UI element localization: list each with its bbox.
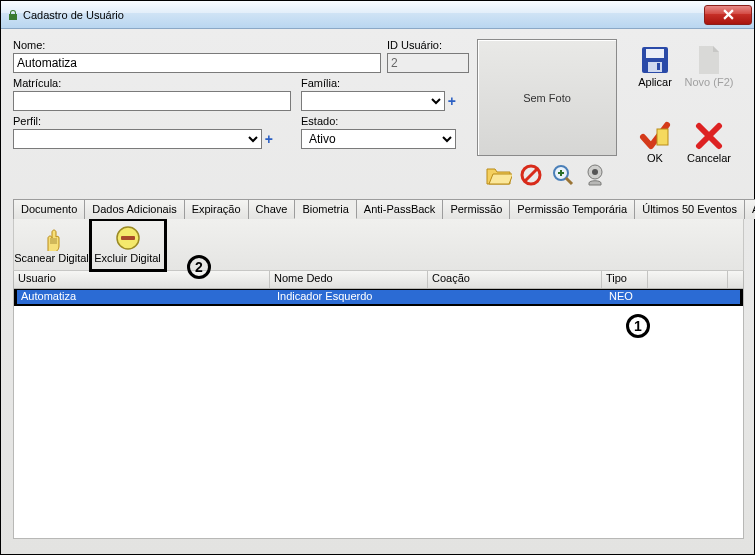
delete-label: Excluir Digital [94, 252, 161, 264]
cancel-icon [693, 120, 725, 152]
id-field [387, 53, 469, 73]
delete-fingerprint-button[interactable]: Excluir Digital [90, 219, 166, 271]
form-left: Nome: ID Usuário: Matrícula: Família: [13, 39, 469, 188]
svg-rect-9 [657, 63, 660, 70]
nome-label: Nome: [13, 39, 381, 51]
tab--ltimos-50-eventos[interactable]: Últimos 50 Eventos [634, 199, 745, 219]
cancelar-label: Cancelar [687, 152, 731, 164]
familia-select[interactable] [301, 91, 445, 111]
tab-dados-adicionais[interactable]: Dados Adicionais [84, 199, 184, 219]
content-area: Nome: ID Usuário: Matrícula: Família: [1, 29, 754, 554]
right-buttons: Aplicar Novo (F2) OK [629, 39, 739, 188]
nome-field[interactable] [13, 53, 381, 73]
document-icon [693, 44, 725, 76]
zoom-photo-button[interactable] [549, 162, 577, 188]
grid-header-cell[interactable] [648, 271, 728, 288]
aplicar-button[interactable]: Aplicar [629, 39, 681, 93]
svg-rect-10 [657, 129, 668, 145]
grid-body[interactable]: AutomatizaIndicador EsquerdoNEO [13, 289, 744, 539]
save-icon [639, 44, 671, 76]
perfil-add-icon[interactable]: + [265, 131, 273, 149]
tab-permiss-o-tempor-ria[interactable]: Permissão Temporária [509, 199, 635, 219]
biometria-toolbar: Scanear Digital Excluir Digital [13, 219, 744, 271]
perfil-select[interactable] [13, 129, 262, 149]
grid-header-cell[interactable]: Usuario [14, 271, 270, 288]
estado-select[interactable]: Ativo [301, 129, 456, 149]
familia-label: Família: [301, 77, 456, 89]
titlebar: Cadastro de Usuário [1, 1, 754, 29]
tab-documento[interactable]: Documento [13, 199, 85, 219]
window-title: Cadastro de Usuário [23, 9, 704, 21]
grid-header: UsuarioNome DedoCoaçãoTipo [13, 271, 744, 289]
perfil-label: Perfil: [13, 115, 273, 127]
svg-rect-12 [121, 236, 135, 240]
aplicar-label: Aplicar [638, 76, 672, 88]
lock-icon [7, 9, 19, 21]
scan-label: Scanear Digital [14, 252, 89, 264]
minus-circle-icon [115, 225, 141, 251]
clear-photo-button[interactable] [517, 162, 545, 188]
tabs: DocumentoDados AdicionaisExpiraçãoChaveB… [13, 198, 744, 219]
tab-acesso[interactable]: Acesso [744, 199, 755, 219]
matricula-label: Matrícula: [13, 77, 291, 89]
finger-scan-icon [39, 225, 65, 251]
user-registration-window: Cadastro de Usuário Nome: ID Usuário: [0, 0, 755, 555]
novo-button[interactable]: Novo (F2) [683, 39, 735, 93]
ok-label: OK [647, 152, 663, 164]
tab-permiss-o[interactable]: Permissão [442, 199, 510, 219]
svg-point-5 [592, 169, 598, 175]
id-label: ID Usuário: [387, 39, 469, 51]
close-button[interactable] [704, 5, 752, 25]
tab-chave[interactable]: Chave [248, 199, 296, 219]
tab-biometria[interactable]: Biometria [294, 199, 356, 219]
ok-button[interactable]: OK [629, 115, 681, 169]
scan-fingerprint-button[interactable]: Scanear Digital [14, 219, 90, 271]
webcam-button[interactable] [581, 162, 609, 188]
estado-label: Estado: [301, 115, 456, 127]
tab-anti-passback[interactable]: Anti-PassBack [356, 199, 444, 219]
ok-icon [639, 120, 671, 152]
familia-add-icon[interactable]: + [448, 93, 456, 111]
table-row[interactable]: AutomatizaIndicador EsquerdoNEO [14, 289, 743, 306]
photo-tools [477, 162, 617, 188]
grid-header-cell[interactable]: Nome Dedo [270, 271, 428, 288]
tab-expira-o[interactable]: Expiração [184, 199, 249, 219]
svg-line-1 [525, 169, 537, 181]
photo-placeholder: Sem Foto [477, 39, 617, 156]
grid-header-cell[interactable]: Coação [428, 271, 602, 288]
matricula-field[interactable] [13, 91, 291, 111]
svg-rect-7 [646, 49, 664, 58]
novo-label: Novo (F2) [685, 76, 734, 88]
grid-header-cell[interactable]: Tipo [602, 271, 648, 288]
cancelar-button[interactable]: Cancelar [683, 115, 735, 169]
svg-line-3 [566, 178, 572, 184]
photo-area: Sem Foto [477, 39, 617, 188]
open-photo-button[interactable] [485, 162, 513, 188]
